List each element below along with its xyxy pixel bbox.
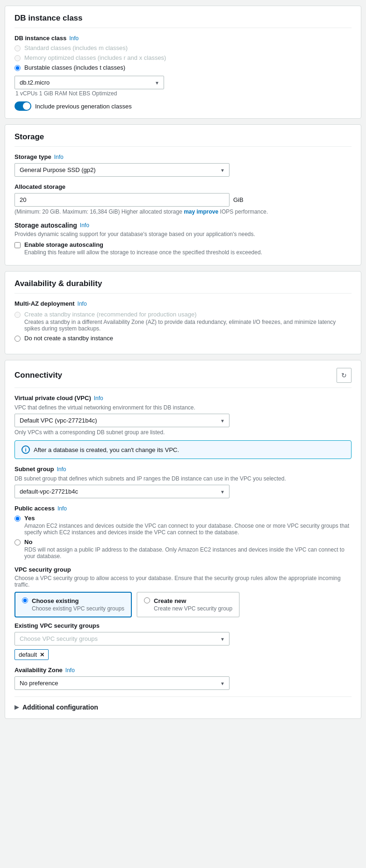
storage-type-label: Storage type Info [14, 153, 352, 160]
allocated-storage-label: Allocated storage [14, 183, 352, 190]
vpc-field: Virtual private cloud (VPC) Info VPC tha… [14, 395, 352, 459]
public-access-no-label: No [24, 538, 352, 545]
az-select[interactable]: No preference [14, 676, 230, 690]
availability-title: Availability & durability [14, 279, 352, 294]
burstable-classes-radio[interactable] [14, 65, 21, 71]
vpc-select[interactable]: Default VPC (vpc-27721b4c) [14, 414, 230, 427]
connectivity-header: Connectivity ↻ [14, 368, 352, 388]
previous-gen-toggle[interactable] [14, 101, 31, 111]
public-access-yes-option[interactable]: Yes Amazon EC2 instances and devices out… [14, 515, 352, 536]
standby-desc: Creates a standby in a different Availab… [24, 319, 352, 332]
vpc-warning-text: After a database is created, you can't c… [34, 446, 179, 453]
subnet-group-field: Subnet group Info DB subnet group that d… [14, 466, 352, 498]
sg-tag-container: default ✕ [14, 649, 352, 660]
public-access-no-desc: RDS will not assign a public IP address … [24, 546, 352, 560]
may-improve-link[interactable]: may improve [184, 208, 218, 215]
subnet-group-desc: DB subnet group that defines which subne… [14, 475, 352, 482]
choose-existing-radio[interactable] [22, 597, 28, 603]
vpc-label: Virtual private cloud (VPC) Info [14, 395, 352, 402]
subnet-group-select[interactable]: default-vpc-27721b4c [14, 485, 230, 498]
vpc-sg-section: VPC security group Choose a VPC security… [14, 566, 352, 660]
instance-type-select-wrapper: db.t2.micro [14, 76, 164, 89]
create-new-radio[interactable] [144, 597, 150, 603]
enable-autoscaling-checkbox[interactable] [14, 242, 21, 248]
db-instance-class-field-label: DB instance class Info [14, 35, 352, 42]
public-access-field: Public access Info Yes Amazon EC2 instan… [14, 505, 352, 560]
autoscaling-title: Storage autoscaling Info [14, 222, 352, 229]
create-new-desc: Create new VPC security group [154, 605, 232, 612]
multi-az-info-link[interactable]: Info [78, 301, 87, 307]
default-sg-tag: default ✕ [14, 649, 49, 660]
previous-gen-toggle-label: Include previous generation classes [35, 103, 132, 110]
refresh-button[interactable]: ↻ [337, 368, 352, 383]
storage-type-select[interactable]: General Purpose SSD (gp2) [14, 163, 230, 177]
memory-classes-radio[interactable] [14, 55, 21, 61]
autoscaling-desc: Provides dynamic scaling support for you… [14, 231, 352, 237]
standby-option[interactable]: Create a standby instance (recommended f… [14, 311, 352, 332]
storage-type-select-wrapper: General Purpose SSD (gp2) [14, 163, 230, 177]
subnet-group-select-wrapper: default-vpc-27721b4c [14, 485, 230, 498]
subnet-group-label: Subnet group Info [14, 466, 352, 473]
allocated-storage-field: Allocated storage GiB (Minimum: 20 GiB. … [14, 183, 352, 215]
vpc-sg-desc: Choose a VPC security group to allow acc… [14, 575, 352, 588]
az-field: Availability Zone Info No preference [14, 667, 352, 690]
public-access-no-radio[interactable] [14, 539, 21, 545]
allocated-storage-unit: GiB [233, 196, 244, 203]
enable-autoscaling-content: Enable storage autoscaling Enabling this… [24, 241, 262, 256]
enable-autoscaling-desc: Enabling this feature will allow the sto… [24, 249, 262, 256]
remove-sg-tag-button[interactable]: ✕ [40, 652, 44, 658]
public-access-no-content: No RDS will not assign a public IP addre… [24, 538, 352, 560]
enable-autoscaling-label: Enable storage autoscaling [24, 241, 262, 248]
public-access-info-link[interactable]: Info [57, 505, 67, 512]
public-access-yes-content: Yes Amazon EC2 instances and devices out… [24, 515, 352, 536]
subnet-group-info-link[interactable]: Info [57, 466, 66, 473]
enable-autoscaling-checkbox-item[interactable]: Enable storage autoscaling Enabling this… [14, 241, 352, 256]
vpc-sg-choose-cards: Choose existing Choose existing VPC secu… [14, 592, 352, 617]
vpc-sg-title: VPC security group [14, 566, 352, 573]
public-access-label: Public access Info [14, 505, 352, 512]
vpc-warning-box: i After a database is created, you can't… [14, 440, 352, 459]
instance-details: 1 vCPUs 1 GiB RAM Not EBS Optimized [15, 90, 352, 97]
az-select-wrapper: No preference [14, 676, 230, 690]
public-access-yes-radio[interactable] [14, 516, 21, 522]
additional-config-row[interactable]: ▶ Additional configuration [14, 703, 352, 711]
storage-type-field: Storage type Info General Purpose SSD (g… [14, 153, 352, 177]
previous-gen-toggle-wrapper: Include previous generation classes [14, 101, 352, 111]
db-instance-class-section: DB instance class DB instance class Info… [5, 6, 361, 119]
additional-config-label: Additional configuration [22, 703, 98, 711]
memory-classes-option[interactable]: Memory optimized classes (includes r and… [14, 54, 352, 61]
public-access-no-option[interactable]: No RDS will not assign a public IP addre… [14, 538, 352, 560]
vpc-info-link[interactable]: Info [94, 395, 103, 402]
connectivity-section: Connectivity ↻ Virtual private cloud (VP… [5, 360, 361, 719]
allocated-storage-input-wrapper: GiB [14, 193, 352, 207]
multi-az-radio-group: Create a standby instance (recommended f… [14, 311, 352, 342]
storage-title: Storage [14, 132, 352, 147]
create-new-card[interactable]: Create new Create new VPC security group [136, 592, 240, 617]
connectivity-title: Connectivity [14, 371, 62, 380]
choose-existing-label: Choose existing [32, 597, 124, 604]
allocated-storage-input[interactable] [14, 193, 230, 207]
db-instance-class-info-link[interactable]: Info [69, 35, 79, 42]
create-new-label: Create new [154, 597, 232, 604]
choose-existing-desc: Choose existing VPC security groups [32, 605, 124, 612]
burstable-classes-option[interactable]: Burstable classes (includes t classes) [14, 64, 352, 71]
standard-classes-option[interactable]: Standard classes (includes m classes) [14, 44, 352, 51]
public-access-yes-label: Yes [24, 515, 352, 522]
autoscaling-section: Storage autoscaling Info Provides dynami… [14, 222, 352, 256]
no-standby-radio[interactable] [14, 336, 21, 342]
autoscaling-info-link[interactable]: Info [80, 222, 89, 229]
storage-type-info-link[interactable]: Info [54, 154, 64, 160]
vpc-select-wrapper: Default VPC (vpc-27721b4c) [14, 414, 230, 427]
standard-classes-radio[interactable] [14, 45, 21, 51]
multi-az-label: Multi-AZ deployment Info [14, 300, 352, 307]
instance-class-radio-group: Standard classes (includes m classes) Me… [14, 44, 352, 71]
no-standby-option[interactable]: Do not create a standby instance [14, 335, 352, 342]
choose-existing-card[interactable]: Choose existing Choose existing VPC secu… [14, 592, 132, 617]
db-instance-class-title: DB instance class [14, 14, 352, 28]
existing-sg-select[interactable]: Choose VPC security groups [14, 632, 230, 646]
standby-radio[interactable] [14, 312, 21, 318]
instance-type-select[interactable]: db.t2.micro [14, 76, 164, 89]
existing-sg-select-wrapper: Choose VPC security groups [14, 632, 230, 646]
default-sg-tag-label: default [19, 651, 37, 658]
az-info-link[interactable]: Info [65, 667, 75, 674]
